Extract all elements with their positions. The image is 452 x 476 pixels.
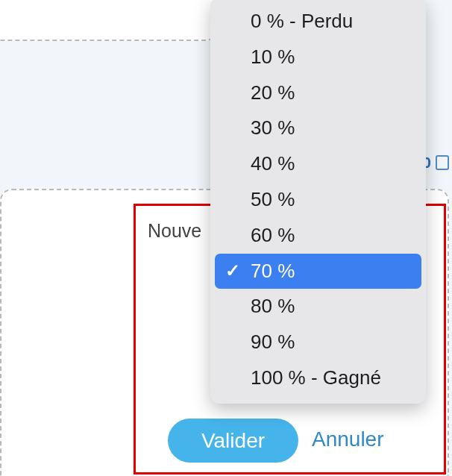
percentage-dropdown[interactable]: 0 % - Perdu10 %20 %30 %40 %50 %60 %70 %8… — [210, 0, 426, 404]
dropdown-option[interactable]: 80 % — [215, 289, 421, 325]
dropdown-option[interactable]: 10 % — [215, 40, 421, 75]
background-card — [0, 0, 216, 41]
dropdown-option[interactable]: 40 % — [215, 146, 421, 182]
calendar-icon — [436, 155, 449, 170]
dropdown-option[interactable]: 90 % — [215, 325, 421, 360]
validate-button[interactable]: Valider — [168, 419, 298, 463]
dropdown-option[interactable]: 20 % — [215, 75, 421, 111]
dropdown-option[interactable]: 30 % — [215, 110, 421, 146]
cancel-link[interactable]: Annuler — [312, 428, 384, 451]
dropdown-option[interactable]: 100 % - Gagné — [215, 360, 421, 396]
field-label: Nouve — [148, 220, 201, 242]
dropdown-option[interactable]: 70 % — [215, 254, 421, 289]
dropdown-option[interactable]: 0 % - Perdu — [215, 4, 421, 40]
dropdown-option[interactable]: 50 % — [215, 182, 421, 218]
right-count-fragment: 0 — [422, 154, 449, 172]
dropdown-option[interactable]: 60 % — [215, 218, 421, 254]
